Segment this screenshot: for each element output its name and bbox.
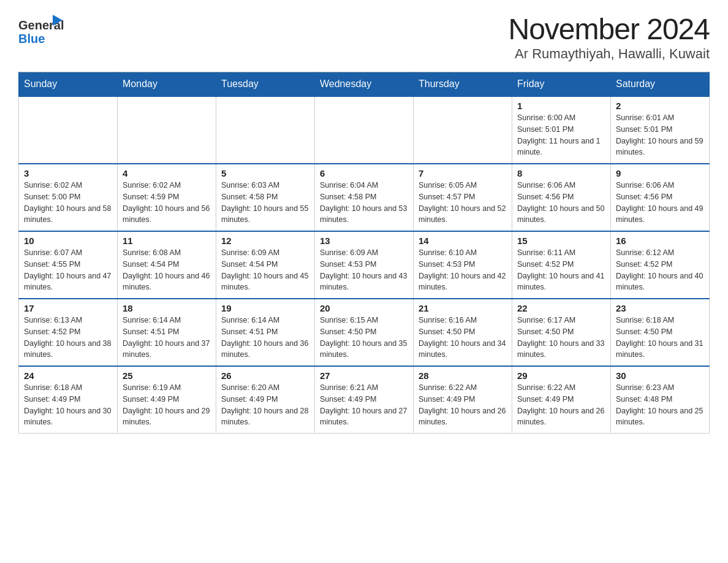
calendar-cell: 18Sunrise: 6:14 AMSunset: 4:51 PMDayligh… [118, 299, 216, 366]
day-info: Sunrise: 6:06 AMSunset: 4:56 PMDaylight:… [517, 180, 605, 226]
calendar-cell: 14Sunrise: 6:10 AMSunset: 4:53 PMDayligh… [414, 231, 512, 299]
weekday-header-wednesday: Wednesday [315, 72, 414, 97]
calendar-cell: 19Sunrise: 6:14 AMSunset: 4:51 PMDayligh… [216, 299, 315, 366]
day-info: Sunrise: 6:14 AMSunset: 4:51 PMDaylight:… [123, 315, 211, 361]
week-row-2: 3Sunrise: 6:02 AMSunset: 5:00 PMDaylight… [19, 164, 710, 231]
day-info: Sunrise: 6:02 AMSunset: 5:00 PMDaylight:… [24, 180, 112, 226]
calendar-cell: 23Sunrise: 6:18 AMSunset: 4:50 PMDayligh… [611, 299, 710, 366]
day-number: 10 [24, 236, 112, 246]
calendar-cell: 16Sunrise: 6:12 AMSunset: 4:52 PMDayligh… [611, 231, 710, 299]
day-number: 21 [419, 303, 507, 313]
day-number: 28 [419, 370, 507, 381]
weekday-header-sunday: Sunday [19, 72, 118, 97]
day-number: 5 [221, 168, 309, 178]
calendar-cell: 21Sunrise: 6:16 AMSunset: 4:50 PMDayligh… [414, 299, 512, 366]
day-number: 30 [616, 370, 704, 381]
day-info: Sunrise: 6:19 AMSunset: 4:49 PMDaylight:… [123, 382, 211, 428]
day-info: Sunrise: 6:00 AMSunset: 5:01 PMDaylight:… [517, 112, 605, 158]
day-number: 18 [123, 303, 211, 313]
day-info: Sunrise: 6:20 AMSunset: 4:49 PMDaylight:… [221, 382, 309, 428]
day-number: 24 [24, 370, 112, 381]
day-number: 19 [221, 303, 309, 313]
day-number: 13 [320, 236, 408, 246]
day-info: Sunrise: 6:23 AMSunset: 4:48 PMDaylight:… [616, 382, 704, 428]
day-number: 26 [221, 370, 309, 381]
day-info: Sunrise: 6:05 AMSunset: 4:57 PMDaylight:… [419, 180, 507, 226]
day-info: Sunrise: 6:16 AMSunset: 4:50 PMDaylight:… [419, 315, 507, 361]
day-number: 7 [419, 168, 507, 178]
day-info: Sunrise: 6:06 AMSunset: 4:56 PMDaylight:… [616, 180, 704, 226]
calendar-cell: 3Sunrise: 6:02 AMSunset: 5:00 PMDaylight… [19, 164, 118, 231]
page-header: General Blue November 2024 Ar Rumaythiya… [18, 12, 710, 62]
day-info: Sunrise: 6:01 AMSunset: 5:01 PMDaylight:… [616, 112, 704, 158]
day-info: Sunrise: 6:11 AMSunset: 4:52 PMDaylight:… [517, 247, 605, 293]
day-number: 4 [123, 168, 211, 178]
calendar-cell: 8Sunrise: 6:06 AMSunset: 4:56 PMDaylight… [512, 164, 611, 231]
calendar-cell [118, 96, 216, 164]
day-number: 22 [517, 303, 605, 313]
day-info: Sunrise: 6:13 AMSunset: 4:52 PMDaylight:… [24, 315, 112, 361]
weekday-header-monday: Monday [118, 72, 216, 97]
weekday-header-saturday: Saturday [611, 72, 710, 97]
calendar-cell: 4Sunrise: 6:02 AMSunset: 4:59 PMDaylight… [118, 164, 216, 231]
calendar-cell: 20Sunrise: 6:15 AMSunset: 4:50 PMDayligh… [315, 299, 414, 366]
day-info: Sunrise: 6:09 AMSunset: 4:54 PMDaylight:… [221, 247, 309, 293]
day-number: 11 [123, 236, 211, 246]
weekday-header-thursday: Thursday [414, 72, 512, 97]
day-info: Sunrise: 6:21 AMSunset: 4:49 PMDaylight:… [320, 382, 408, 428]
calendar-cell: 5Sunrise: 6:03 AMSunset: 4:58 PMDaylight… [216, 164, 315, 231]
calendar-cell: 13Sunrise: 6:09 AMSunset: 4:53 PMDayligh… [315, 231, 414, 299]
weekday-header-row: SundayMondayTuesdayWednesdayThursdayFrid… [19, 72, 710, 97]
calendar-cell: 15Sunrise: 6:11 AMSunset: 4:52 PMDayligh… [512, 231, 611, 299]
day-info: Sunrise: 6:15 AMSunset: 4:50 PMDaylight:… [320, 315, 408, 361]
calendar-cell: 2Sunrise: 6:01 AMSunset: 5:01 PMDaylight… [611, 96, 710, 164]
day-number: 8 [517, 168, 605, 178]
weekday-header-friday: Friday [512, 72, 611, 97]
day-number: 15 [517, 236, 605, 246]
logo: General Blue [18, 12, 67, 52]
week-row-1: 1Sunrise: 6:00 AMSunset: 5:01 PMDaylight… [19, 96, 710, 164]
day-info: Sunrise: 6:12 AMSunset: 4:52 PMDaylight:… [616, 247, 704, 293]
calendar-cell [315, 96, 414, 164]
month-title: November 2024 [508, 12, 710, 46]
day-info: Sunrise: 6:08 AMSunset: 4:54 PMDaylight:… [123, 247, 211, 293]
day-info: Sunrise: 6:22 AMSunset: 4:49 PMDaylight:… [419, 382, 507, 428]
calendar-cell: 30Sunrise: 6:23 AMSunset: 4:48 PMDayligh… [611, 366, 710, 434]
calendar-cell: 24Sunrise: 6:18 AMSunset: 4:49 PMDayligh… [19, 366, 118, 434]
calendar-cell: 29Sunrise: 6:22 AMSunset: 4:49 PMDayligh… [512, 366, 611, 434]
calendar-cell [19, 96, 118, 164]
day-number: 2 [616, 101, 704, 111]
day-number: 12 [221, 236, 309, 246]
calendar-cell: 22Sunrise: 6:17 AMSunset: 4:50 PMDayligh… [512, 299, 611, 366]
day-info: Sunrise: 6:17 AMSunset: 4:50 PMDaylight:… [517, 315, 605, 361]
calendar-cell: 1Sunrise: 6:00 AMSunset: 5:01 PMDaylight… [512, 96, 611, 164]
week-row-4: 17Sunrise: 6:13 AMSunset: 4:52 PMDayligh… [19, 299, 710, 366]
day-info: Sunrise: 6:09 AMSunset: 4:53 PMDaylight:… [320, 247, 408, 293]
day-number: 27 [320, 370, 408, 381]
svg-text:Blue: Blue [18, 32, 45, 45]
day-info: Sunrise: 6:18 AMSunset: 4:49 PMDaylight:… [24, 382, 112, 428]
day-number: 6 [320, 168, 408, 178]
day-number: 25 [123, 370, 211, 381]
day-info: Sunrise: 6:02 AMSunset: 4:59 PMDaylight:… [123, 180, 211, 226]
day-number: 14 [419, 236, 507, 246]
day-info: Sunrise: 6:04 AMSunset: 4:58 PMDaylight:… [320, 180, 408, 226]
day-info: Sunrise: 6:10 AMSunset: 4:53 PMDaylight:… [419, 247, 507, 293]
calendar-cell: 11Sunrise: 6:08 AMSunset: 4:54 PMDayligh… [118, 231, 216, 299]
week-row-5: 24Sunrise: 6:18 AMSunset: 4:49 PMDayligh… [19, 366, 710, 434]
day-number: 1 [517, 101, 605, 111]
calendar-cell: 28Sunrise: 6:22 AMSunset: 4:49 PMDayligh… [414, 366, 512, 434]
calendar-cell: 10Sunrise: 6:07 AMSunset: 4:55 PMDayligh… [19, 231, 118, 299]
day-info: Sunrise: 6:18 AMSunset: 4:50 PMDaylight:… [616, 315, 704, 361]
calendar-cell: 9Sunrise: 6:06 AMSunset: 4:56 PMDaylight… [611, 164, 710, 231]
weekday-header-tuesday: Tuesday [216, 72, 315, 97]
calendar-cell [216, 96, 315, 164]
day-info: Sunrise: 6:14 AMSunset: 4:51 PMDaylight:… [221, 315, 309, 361]
calendar-cell: 26Sunrise: 6:20 AMSunset: 4:49 PMDayligh… [216, 366, 315, 434]
day-number: 20 [320, 303, 408, 313]
calendar-cell: 12Sunrise: 6:09 AMSunset: 4:54 PMDayligh… [216, 231, 315, 299]
day-number: 29 [517, 370, 605, 381]
calendar-cell: 17Sunrise: 6:13 AMSunset: 4:52 PMDayligh… [19, 299, 118, 366]
calendar-cell [414, 96, 512, 164]
day-info: Sunrise: 6:03 AMSunset: 4:58 PMDaylight:… [221, 180, 309, 226]
